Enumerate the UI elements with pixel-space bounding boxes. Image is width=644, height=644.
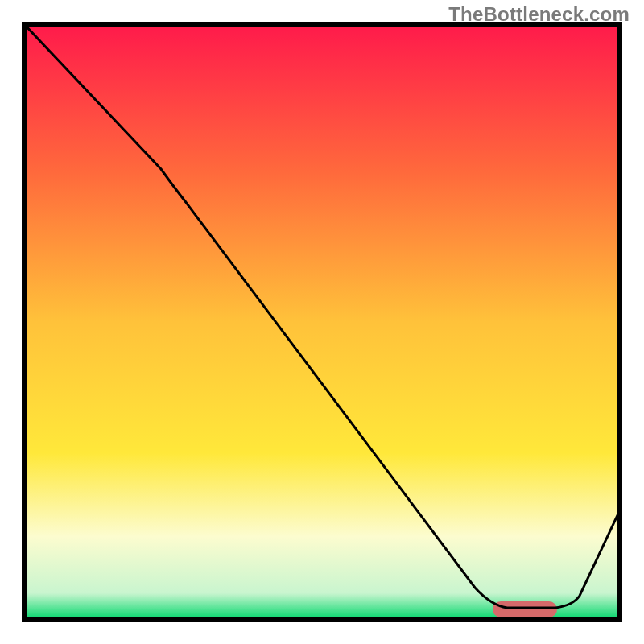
sweet-spot-marker: [493, 601, 557, 617]
bottleneck-chart: [0, 0, 644, 644]
plot-background: [24, 24, 620, 620]
watermark-text: TheBottleneck.com: [448, 3, 630, 26]
